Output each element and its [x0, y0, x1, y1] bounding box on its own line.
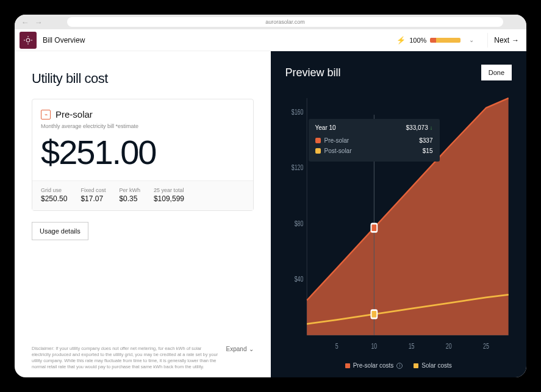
stat-fixed-cost: Fixed cost $17.07	[81, 187, 106, 203]
usage-details-button[interactable]: Usage details	[32, 222, 88, 240]
svg-text:$120: $120	[291, 163, 303, 172]
bill-amount: $251.00	[41, 135, 245, 169]
stat-label: 25 year total	[154, 187, 184, 193]
pre-solar-card: ⌁ Pre-solar Monthly average electricity …	[32, 99, 254, 211]
stat-value: $0.35	[119, 194, 140, 203]
svg-rect-18	[371, 310, 377, 319]
chevron-down-icon[interactable]: ⌄	[464, 37, 479, 43]
arrow-right-icon: →	[512, 36, 519, 45]
legend-label: Solar costs	[421, 362, 451, 369]
card-title: Pre-solar	[56, 109, 93, 119]
back-arrow-icon[interactable]: ←	[20, 16, 30, 27]
stat-value: $17.07	[81, 194, 106, 203]
stat-value: $250.50	[41, 194, 67, 203]
next-label: Next	[494, 36, 509, 45]
expand-button[interactable]: Expand ⌄	[226, 346, 254, 352]
svg-point-0	[26, 38, 30, 42]
card-header: ⌁ Pre-solar	[41, 109, 245, 119]
progress-section: ⚡ 100% ⌄	[392, 36, 484, 45]
svg-text:$40: $40	[294, 275, 303, 283]
tooltip-label: Pre-solar	[324, 137, 349, 144]
stat-label: Per kWh	[119, 187, 140, 193]
info-icon[interactable]: i	[396, 363, 403, 369]
section-title: Utility bill cost	[32, 71, 254, 87]
square-icon	[345, 363, 350, 368]
stat-value: $109,599	[154, 194, 184, 203]
legend-label: Pre-solar costs	[353, 362, 394, 369]
svg-text:$80: $80	[294, 219, 303, 227]
lightning-icon: ⚡	[396, 36, 406, 45]
tooltip-label: Post-solar	[324, 148, 352, 154]
progress-percent: 100%	[409, 37, 426, 44]
browser-bar: ← → aurorasolar.com	[15, 15, 526, 29]
app-logo-icon	[20, 32, 37, 49]
tooltip-row-post: Post-solar $15	[315, 146, 433, 156]
arrow-down-icon: ↓	[430, 124, 433, 131]
tooltip-value: $15	[423, 148, 433, 154]
nav-arrows: ← →	[20, 16, 44, 27]
next-button[interactable]: Next →	[492, 36, 521, 45]
disclaimer-row: Disclaimer: If your utility company does…	[32, 340, 254, 371]
stat-label: Fixed cost	[81, 187, 106, 193]
svg-rect-17	[371, 224, 377, 232]
stat-label: Grid use	[41, 187, 67, 193]
preview-header: Preview bill Done	[285, 65, 512, 80]
top-bar: Bill Overview ⚡ 100% ⌄ Next →	[15, 29, 526, 51]
legend-solar: Solar costs	[414, 362, 451, 369]
right-pane: Preview bill Done $40$80$120$16051015202…	[271, 51, 527, 377]
chart-area: $40$80$120$160510152025 Year 10 $33,073 …	[285, 91, 512, 358]
tooltip-row-pre: Pre-solar $337	[315, 135, 433, 146]
tooltip-total: $33,073	[406, 124, 428, 131]
square-icon	[315, 148, 321, 154]
preview-title: Preview bill	[285, 66, 341, 79]
page-title: Bill Overview	[43, 36, 85, 45]
disclaimer-text: Disclaimer: If your utility company does…	[32, 346, 219, 371]
square-icon	[315, 138, 321, 143]
progress-bar	[430, 38, 460, 43]
svg-text:15: 15	[408, 341, 414, 350]
left-pane: Utility bill cost ⌁ Pre-solar Monthly av…	[15, 51, 271, 377]
expand-label: Expand	[226, 346, 247, 352]
legend-pre-solar: Pre-solar costs i	[345, 362, 403, 369]
chevron-down-icon: ⌄	[249, 346, 254, 352]
card-subtitle: Monthly average electricity bill *estima…	[41, 123, 245, 129]
stats-row: Grid use $250.50 Fixed cost $17.07 Per k…	[32, 180, 253, 210]
svg-text:25: 25	[483, 341, 489, 350]
content: Utility bill cost ⌁ Pre-solar Monthly av…	[15, 51, 526, 377]
tablet-frame: ← → aurorasolar.com Bill Overview ⚡ 100%…	[0, 0, 541, 392]
stat-grid-use: Grid use $250.50	[41, 187, 67, 203]
url-bar[interactable]: aurorasolar.com	[67, 17, 503, 27]
screen: ← → aurorasolar.com Bill Overview ⚡ 100%…	[15, 15, 526, 377]
tooltip-value: $337	[419, 137, 432, 144]
utility-icon: ⌁	[41, 110, 51, 119]
svg-text:$160: $160	[291, 107, 303, 116]
svg-text:10: 10	[371, 341, 377, 350]
done-button[interactable]: Done	[481, 65, 512, 80]
forward-arrow-icon[interactable]: →	[33, 16, 44, 27]
stat-per-kwh: Per kWh $0.35	[119, 187, 140, 203]
svg-text:20: 20	[445, 341, 451, 350]
svg-text:5: 5	[335, 341, 338, 350]
tooltip-title: Year 10	[315, 124, 336, 131]
stat-total: 25 year total $109,599	[154, 187, 184, 203]
chart-legend: Pre-solar costs i Solar costs	[285, 358, 512, 369]
chart-tooltip: Year 10 $33,073 ↓ Pre-solar $337 Post-so…	[309, 119, 440, 162]
square-icon	[414, 363, 418, 368]
